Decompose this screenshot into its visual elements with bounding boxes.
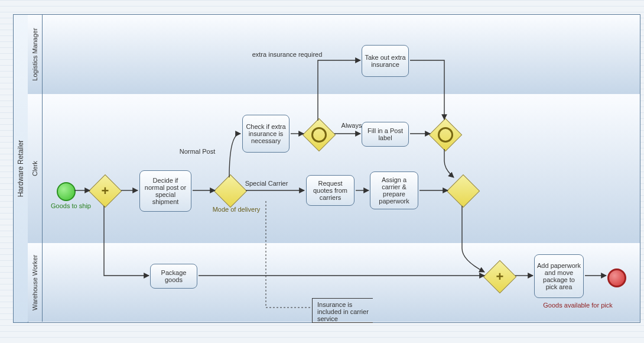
- lane-clerk: Clerk: [28, 94, 640, 244]
- start-event[interactable]: [57, 182, 76, 201]
- task-package-goods[interactable]: Package goods: [150, 264, 197, 289]
- label-always: Always: [337, 122, 366, 129]
- lane-header-2: Clerk: [28, 94, 43, 243]
- task-take-out-extra-insurance[interactable]: Take out extra insurance: [362, 45, 409, 77]
- task-fill-post-label[interactable]: Fill in a Post label: [362, 122, 409, 147]
- label-special-carrier: Special Carrier: [240, 180, 293, 187]
- label-goods-available: Goods available for pick: [536, 302, 619, 309]
- task-check-insurance[interactable]: Check if extra insurance is necessary: [242, 115, 290, 153]
- lane-logistics-manager: Logistics Manager: [28, 15, 640, 95]
- label-normal-post: Normal Post: [174, 148, 221, 155]
- lane-title-3: Warehouse Worker: [31, 254, 38, 310]
- task-request-quotes[interactable]: Request quotes from carriers: [306, 175, 354, 206]
- pool-title: Hardware Retailer: [17, 140, 25, 198]
- lane-title-2: Clerk: [31, 161, 38, 176]
- lane-header-3: Warehouse Worker: [28, 243, 43, 322]
- task-decide-shipment[interactable]: Decide if normal post or special shipmen…: [139, 170, 191, 212]
- task-assign-carrier[interactable]: Assign a carrier & prepare paperwork: [370, 172, 418, 209]
- end-event[interactable]: [607, 268, 626, 287]
- lane-header-1: Logistics Manager: [28, 15, 43, 94]
- annotation-insurance-included: Insurance is included in carrier service: [312, 298, 373, 323]
- task-add-paperwork[interactable]: Add paperwork and move package to pick a…: [534, 254, 584, 298]
- diagram-canvas: Hardware Retailer Logistics Manager Cler…: [0, 0, 644, 343]
- pool-header: Hardware Retailer: [14, 15, 28, 322]
- lane-title-1: Logistics Manager: [31, 28, 38, 80]
- label-mode-of-delivery: Mode of delivery: [207, 206, 266, 213]
- label-goods-to-ship: Goods to ship: [47, 202, 95, 209]
- label-extra-required: extra insurance required: [246, 51, 328, 58]
